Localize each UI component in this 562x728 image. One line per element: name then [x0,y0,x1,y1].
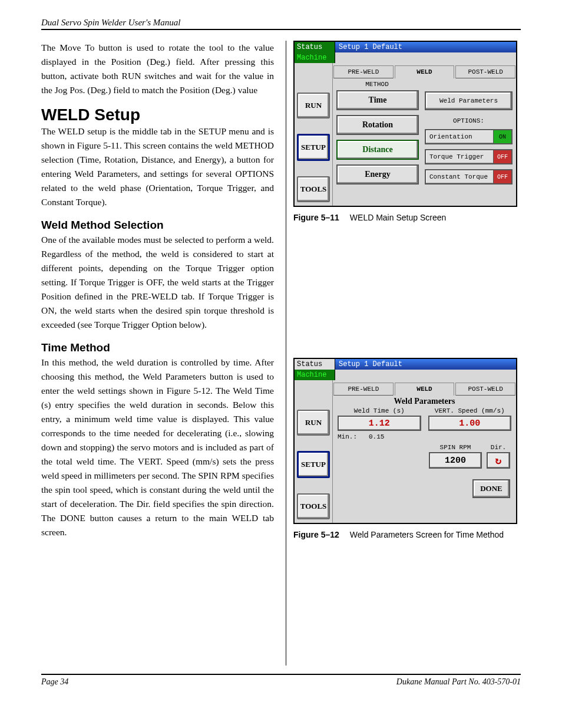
heading-method-selection: Weld Method Selection [41,219,274,232]
done-button[interactable]: DONE [472,479,510,498]
figure-5-11-caption: WELD Main Setup Screen [350,213,521,222]
nav-run-button[interactable]: RUN [297,93,330,118]
footer-partno: Dukane Manual Part No. 403-570-01 [396,677,521,687]
option-orientation-state: ON [493,130,511,143]
nav-tools-button[interactable]: TOOLS [297,493,330,519]
vert-speed-label: VERT. Speed (mm/s) [428,407,512,414]
option-orientation-label: Orientation [426,130,493,143]
tab-post-weld[interactable]: POST-WELD [455,383,515,396]
tab-pre-weld[interactable]: PRE-WELD [333,65,394,78]
tab-post-weld[interactable]: POST-WELD [455,65,515,78]
weld-time-label: Weld Time (s) [338,407,421,414]
figure-5-12-caption: Weld Parameters Screen for Time Method [350,530,521,539]
method-time-button[interactable]: Time [336,90,419,110]
figure-5-11-screen: Status Setup 1 Default Machine RUN SETUP… [293,41,517,207]
nav-setup-button[interactable]: SETUP [297,134,330,161]
method-label: METHOD [333,81,421,88]
weld-parameters-button[interactable]: Weld Parameters [425,91,513,110]
direction-arrow-icon[interactable]: ↻ [487,452,510,469]
method-rotation-button[interactable]: Rotation [336,115,419,135]
option-constant-torque[interactable]: Constant Torque OFF [425,169,513,185]
option-orientation[interactable]: Orientation ON [425,129,513,144]
figure-5-12-screen: Status Setup 1 Default Machine RUN SETUP… [293,358,517,524]
machine-cell: Machine [295,370,335,380]
para-weld-setup: The WELD setup is the middle tab in the … [41,124,274,209]
tab-pre-weld[interactable]: PRE-WELD [333,383,394,396]
weld-parameters-title: Weld Parameters [333,397,516,406]
spin-rpm-label: SPIN RPM [429,444,482,451]
option-torque-trigger-state: OFF [493,150,511,163]
figure-5-11-number: Figure 5–11 [293,213,339,222]
option-constant-torque-label: Constant Torque [426,170,493,183]
figure-5-12-number: Figure 5–12 [293,530,339,539]
status-cell: Status [295,42,335,52]
method-distance-button[interactable]: Distance [336,140,419,160]
nav-tools-button[interactable]: TOOLS [297,176,330,202]
tab-weld[interactable]: WELD [395,65,455,78]
machine-cell: Machine [295,52,335,63]
option-constant-torque-state: OFF [493,170,511,183]
vert-speed-value[interactable]: 1.00 [428,416,512,431]
tab-weld[interactable]: WELD [395,383,455,396]
nav-setup-button[interactable]: SETUP [297,451,330,478]
min-value: 0.15 [369,433,384,440]
dir-label: Dir. [487,444,510,451]
option-torque-trigger[interactable]: Torque Trigger OFF [425,149,513,164]
nav-run-button[interactable]: RUN [297,410,330,436]
titlebar-text: Setup 1 Default [335,359,516,370]
option-torque-trigger-label: Torque Trigger [426,150,493,163]
heading-time-method: Time Method [41,341,274,354]
running-header: Dual Servo Spin Welder User's Manual [41,18,521,30]
footer-page: Page 34 [41,677,68,687]
titlebar-text: Setup 1 Default [335,42,516,52]
intro-paragraph: The Move To button is used to rotate the… [41,41,274,97]
method-energy-button[interactable]: Energy [336,164,419,185]
options-label: OPTIONS: [425,117,513,124]
status-cell: Status [295,359,335,370]
para-method-selection: One of the available modes must be selec… [41,233,274,332]
weld-time-value[interactable]: 1.12 [338,416,421,431]
heading-weld-setup: WELD Setup [41,106,274,124]
para-time-method: In this method, the weld duration is con… [41,355,274,539]
min-label: Min.: [338,433,357,440]
spin-rpm-value[interactable]: 1200 [429,452,482,469]
